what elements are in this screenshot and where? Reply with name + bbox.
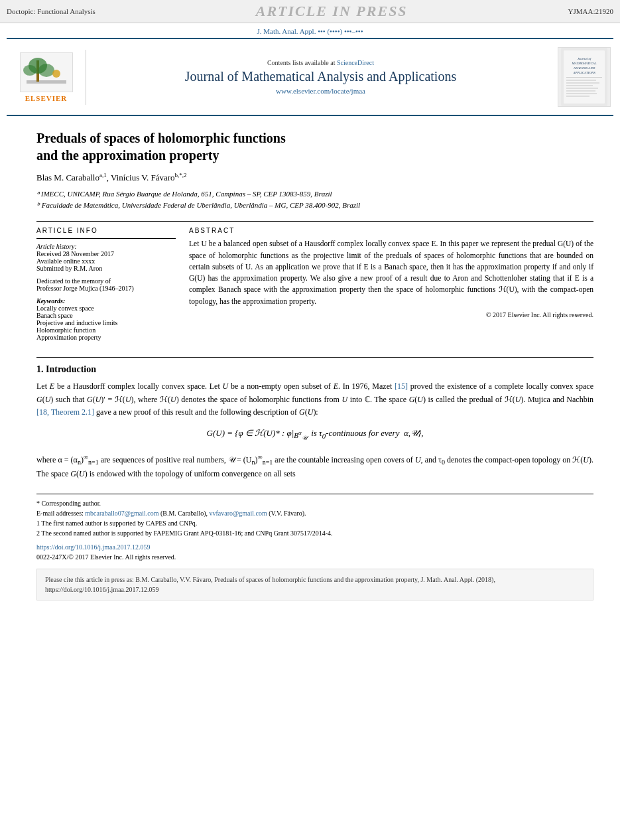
contents-line: Contents lists available at ScienceDirec… bbox=[93, 59, 548, 66]
svg-rect-14 bbox=[566, 82, 599, 84]
info-abstract-section: ARTICLE INFO Article history: Received 2… bbox=[36, 227, 593, 346]
footnotes: * Corresponding author. E-mail addresses… bbox=[36, 494, 593, 562]
svg-point-5 bbox=[52, 70, 60, 78]
dedication: Dedicated to the memory of Professor Jor… bbox=[36, 277, 176, 292]
title-line1: Preduals of spaces of holomorphic functi… bbox=[36, 131, 286, 145]
email1-name: (B.M. Caraballo), bbox=[160, 510, 208, 517]
keyword-3: Projective and inductive limits bbox=[36, 319, 176, 326]
article-history: Article history: Received 28 November 20… bbox=[36, 243, 176, 272]
affiliation-a: ᵃ IMECC, UNICAMP, Rua Sérgio Buarque de … bbox=[36, 188, 593, 200]
email1-link[interactable]: mbcaraballo07@gmail.com bbox=[85, 510, 158, 517]
journal-url[interactable]: www.elsevier.com/locate/jmaa bbox=[93, 87, 548, 95]
top-bar: Doctopic: Functional Analysis ARTICLE IN… bbox=[0, 0, 620, 23]
journal-thumbnail: Journal of MATHEMATICAL ANALYSIS AND APP… bbox=[558, 47, 611, 107]
elsevier-wordmark: ELSEVIER bbox=[25, 94, 68, 102]
intro-heading: 1. Introduction bbox=[36, 364, 593, 375]
fn2-text: 2 The second named author is supported b… bbox=[36, 528, 593, 538]
svg-text:Journal of: Journal of bbox=[578, 57, 591, 60]
yjmaa-label: YJMAA:21920 bbox=[568, 7, 613, 15]
svg-rect-18 bbox=[566, 93, 597, 94]
keyword-5: Approximation property bbox=[36, 334, 176, 341]
issn-line: 0022-247X/© 2017 Elsevier Inc. All right… bbox=[36, 552, 593, 562]
doctopic-label: Doctopic: Functional Analysis bbox=[7, 7, 95, 15]
fn1-text: 1 The first named author is supported by… bbox=[36, 518, 593, 528]
svg-point-3 bbox=[38, 64, 54, 77]
svg-rect-16 bbox=[566, 88, 598, 89]
keywords-section: Keywords: Locally convex space Banach sp… bbox=[36, 297, 176, 341]
svg-rect-12 bbox=[566, 77, 602, 78]
email-line: E-mail addresses: mbcaraballo07@gmail.co… bbox=[36, 508, 593, 518]
article-info-heading: ARTICLE INFO bbox=[36, 227, 176, 234]
math-display: G(U) = {φ ∈ ℋ(U)* : φ|Bα𝒰 is τ0-continuo… bbox=[36, 428, 593, 443]
abstract-section: ABSTRACT Let U be a balanced open subset… bbox=[189, 227, 593, 346]
svg-text:APPLICATIONS: APPLICATIONS bbox=[572, 71, 595, 74]
article-info: ARTICLE INFO Article history: Received 2… bbox=[36, 227, 176, 346]
doi-link[interactable]: https://doi.org/10.1016/j.jmaa.2017.12.0… bbox=[36, 543, 150, 551]
svg-rect-17 bbox=[566, 90, 595, 92]
title-line2: and the approximation property bbox=[36, 148, 219, 163]
divider-1 bbox=[36, 221, 593, 222]
keyword-2: Banach space bbox=[36, 312, 176, 319]
authors-text: Blas M. Caraballoa,1, Vinícius V. Fávaro… bbox=[36, 173, 187, 182]
svg-rect-19 bbox=[566, 96, 589, 97]
keywords-label: Keywords: bbox=[36, 297, 176, 305]
abstract-heading: ABSTRACT bbox=[189, 227, 593, 234]
citation-bar: Please cite this article in press as: B.… bbox=[36, 569, 593, 600]
svg-rect-15 bbox=[566, 85, 593, 86]
journal-header: ELSEVIER Contents lists available at Sci… bbox=[7, 38, 613, 116]
main-content: Preduals of spaces of holomorphic functi… bbox=[0, 116, 620, 614]
elsevier-logo: ELSEVIER bbox=[7, 50, 86, 105]
journal-title: Journal of Mathematical Analysis and App… bbox=[93, 69, 548, 84]
svg-text:ANALYSIS AND: ANALYSIS AND bbox=[573, 66, 595, 70]
journal-citation-line: J. Math. Anal. Appl. ••• (••••) •••–••• bbox=[0, 23, 620, 38]
article-in-press-label: ARTICLE IN PRESS bbox=[256, 3, 408, 20]
svg-rect-13 bbox=[566, 80, 596, 81]
divider-2 bbox=[36, 357, 593, 358]
abstract-text: Let U be a balanced open subset of a Hau… bbox=[189, 238, 593, 307]
journal-center: Contents lists available at ScienceDirec… bbox=[86, 59, 555, 95]
email2-link[interactable]: vvfavaro@gmail.com bbox=[210, 510, 267, 517]
keyword-4: Holomorphic function bbox=[36, 326, 176, 334]
intro-para1: Let E be a Hausdorff complex locally con… bbox=[36, 380, 593, 419]
affiliations: ᵃ IMECC, UNICAMP, Rua Sérgio Buarque de … bbox=[36, 188, 593, 210]
journal-cite-text: J. Math. Anal. Appl. ••• (••••) •••–••• bbox=[257, 27, 363, 35]
affiliation-b: ᵇ Faculdade de Matemática, Universidade … bbox=[36, 200, 593, 211]
corresponding-note: * Corresponding author. bbox=[36, 498, 593, 508]
email-label: E-mail addresses: bbox=[36, 510, 84, 517]
ref-15[interactable]: [15] bbox=[395, 382, 408, 391]
citation-text: Please cite this article in press as: B.… bbox=[45, 576, 495, 593]
svg-point-4 bbox=[23, 65, 36, 76]
dedication-text: Professor Jorge Mujica (1946–2017) bbox=[36, 285, 176, 292]
received-date: Received 28 November 2017 bbox=[36, 250, 176, 257]
sciencedirect-link[interactable]: ScienceDirect bbox=[337, 59, 374, 66]
paper-title: Preduals of spaces of holomorphic functi… bbox=[36, 129, 593, 164]
contents-text: Contents lists available at bbox=[267, 59, 335, 66]
copyright-notice: © 2017 Elsevier Inc. All rights reserved… bbox=[189, 311, 593, 318]
history-label: Article history: bbox=[36, 243, 176, 250]
authors-line: Blas M. Caraballoa,1, Vinícius V. Fávaro… bbox=[36, 172, 593, 183]
intro-para2: where α = (αn)∞n=1 are sequences of posi… bbox=[36, 452, 593, 481]
ref-18[interactable]: [18, Theorem 2.1] bbox=[36, 407, 94, 417]
introduction-section: 1. Introduction Let E be a Hausdorff com… bbox=[36, 364, 593, 480]
available-date: Available online xxxx bbox=[36, 257, 176, 265]
email2-name: (V.V. Fávaro). bbox=[269, 510, 306, 517]
svg-rect-0 bbox=[27, 80, 66, 84]
keyword-1: Locally convex space bbox=[36, 305, 176, 312]
elsevier-logo-image bbox=[20, 52, 73, 92]
svg-text:MATHEMATICAL: MATHEMATICAL bbox=[571, 62, 596, 65]
submitted-by: Submitted by R.M. Aron bbox=[36, 265, 176, 272]
